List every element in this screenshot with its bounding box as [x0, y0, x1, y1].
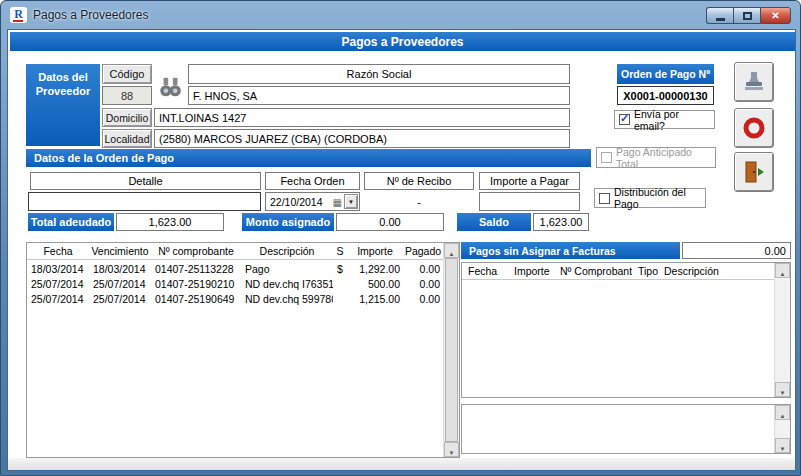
column-header: Fecha [462, 265, 508, 277]
razon-social-header: Razón Social [188, 64, 570, 84]
fecha-orden-column-header: Fecha Orden [265, 172, 360, 190]
distribucion-pago-label: Distribución del Pago [614, 186, 701, 210]
title-bar: R Pagos a Proveedores [1, 1, 800, 29]
fecha-dropdown-button[interactable] [344, 194, 358, 209]
scrollbar-thumb[interactable] [445, 258, 458, 442]
saldo-label: Saldo [457, 213, 531, 231]
binoculars-icon [157, 74, 185, 100]
orden-datos-section-bar: Datos de la Orden de Pago [26, 149, 591, 167]
table-cell: 0.00 [403, 278, 443, 290]
pagos-sin-asignar-total: 0.00 [682, 242, 791, 259]
table-cell: 25/07/2014 [27, 278, 89, 290]
fecha-orden-picker[interactable]: 22/10/2014 [265, 192, 360, 211]
table-cell: 0.00 [403, 263, 443, 275]
comprobantes-scrollbar[interactable] [443, 243, 459, 457]
razon-social-field[interactable]: F. HNOS, SA [188, 86, 570, 105]
maximize-icon [743, 12, 752, 20]
table-row[interactable]: 18/03/201418/03/201401407-25113228Pago$1… [27, 261, 443, 276]
monto-asignado-value: 0.00 [336, 213, 444, 231]
table-cell: 25/07/2014 [27, 293, 89, 305]
pagos-body [462, 281, 774, 397]
table-cell: 0.00 [403, 293, 443, 305]
column-header: Pagado [403, 245, 443, 257]
comprobantes-table: FechaVencimientoNº comprobanteDescripció… [26, 242, 460, 458]
minimize-icon [716, 18, 725, 21]
monto-asignado-label: Monto asignado [242, 213, 334, 231]
recibo-column-header: Nº de Recibo [364, 172, 474, 190]
table-cell: 1,215.00 [347, 293, 403, 305]
column-header: Importe [508, 265, 554, 277]
search-proveedor-button[interactable] [156, 72, 186, 102]
bottom-strip [8, 458, 796, 471]
table-row[interactable]: 25/07/201425/07/201401407-25190649ND dev… [27, 291, 443, 306]
table-cell: 01407-25113228 [151, 263, 241, 275]
table-cell: 01407-25190210 [151, 278, 241, 290]
importe-column-header: Importe a Pagar [479, 172, 580, 190]
minimize-button[interactable] [706, 7, 733, 24]
table-cell: 500.00 [347, 278, 403, 290]
codigo-button[interactable]: Código [102, 64, 152, 84]
confirm-order-button[interactable] [734, 62, 774, 102]
cancel-order-button[interactable] [734, 108, 774, 148]
checkbox-icon [619, 114, 630, 125]
red-circle-icon [741, 115, 767, 141]
form-header: Pagos a Proveedores [10, 32, 795, 51]
column-header: Descripción [658, 265, 774, 277]
table-cell: Pago [241, 263, 333, 275]
table-cell: ND dev.chq I76351379 [241, 278, 333, 290]
table-cell: 25/07/2014 [89, 278, 151, 290]
saldo-value: 1,623.00 [533, 213, 589, 231]
envia-email-checkbox[interactable]: Envía por email? [614, 110, 715, 129]
domicilio-field[interactable]: INT.LOINAS 1427 [154, 108, 570, 127]
total-adeudado-label: Total adeudado [28, 213, 114, 231]
scroll-up-icon[interactable] [444, 243, 459, 258]
recibo-value: - [364, 192, 474, 211]
window-title: Pagos a Proveedores [33, 8, 148, 22]
pagos-scrollbar[interactable] [774, 263, 790, 397]
column-header: Vencimiento [89, 245, 151, 257]
detalle-input[interactable] [28, 192, 261, 211]
codigo-value-field: 88 [102, 86, 152, 105]
scroll-down-icon[interactable] [775, 382, 790, 397]
form-client-area: Pagos a Proveedores Datos del Proveedor … [7, 29, 796, 471]
localidad-button[interactable]: Localidad [102, 129, 152, 148]
importe-pagar-input[interactable] [479, 192, 580, 211]
orden-pago-numero-header: Orden de Pago Nº [617, 64, 714, 84]
fecha-orden-value: 22/10/2014 [270, 196, 323, 208]
table-cell: 1,292.00 [347, 263, 403, 275]
table-cell: ND dev.chq 59978025 [241, 293, 333, 305]
localidad-field[interactable]: (2580) MARCOS JUAREZ (CBA) (CORDOBA) [154, 129, 570, 148]
aux-scrollbar[interactable] [774, 405, 790, 453]
comprobantes-header-row: FechaVencimientoNº comprobanteDescripció… [27, 243, 443, 260]
pagos-sin-asignar-header: Pagos sin Asignar a Facturas [461, 242, 680, 259]
column-header: Nº comprobante [151, 245, 241, 257]
app-logo-icon[interactable]: R [10, 7, 27, 23]
column-header: Nº Comprobante [554, 265, 632, 277]
domicilio-button[interactable]: Domicilio [102, 108, 152, 127]
pago-anticipado-label: Pago Anticipado Total [616, 146, 711, 170]
column-header: Fecha [27, 245, 89, 257]
exit-button[interactable] [734, 152, 774, 192]
scroll-up-icon[interactable] [775, 263, 790, 278]
table-row[interactable]: 25/07/201425/07/201401407-25190210ND dev… [27, 276, 443, 291]
exit-door-icon [741, 159, 767, 185]
scroll-down-icon[interactable] [444, 442, 459, 457]
checkbox-icon [601, 152, 612, 163]
checkbox-icon [599, 193, 610, 204]
scroll-down-icon[interactable] [775, 438, 790, 453]
close-button[interactable] [760, 7, 791, 24]
pagos-header-row: FechaImporteNº ComprobanteTipoDescripció… [462, 263, 774, 280]
pago-anticipado-checkbox: Pago Anticipado Total [596, 147, 716, 168]
orden-pago-numero-value: X0001-00000130 [617, 86, 714, 105]
detalle-column-header: Detalle [30, 172, 261, 190]
table-cell: 01407-25190649 [151, 293, 241, 305]
maximize-button[interactable] [733, 7, 760, 24]
envia-email-label: Envía por email? [634, 108, 710, 132]
table-cell: 18/03/2014 [89, 263, 151, 275]
aux-detail-box [461, 404, 791, 454]
column-header: Importe [347, 245, 403, 257]
total-adeudado-value: 1,623.00 [116, 213, 224, 231]
proveedor-section-label: Datos del Proveedor [26, 64, 100, 146]
distribucion-pago-checkbox[interactable]: Distribución del Pago [594, 188, 706, 208]
scroll-up-icon[interactable] [775, 405, 790, 420]
